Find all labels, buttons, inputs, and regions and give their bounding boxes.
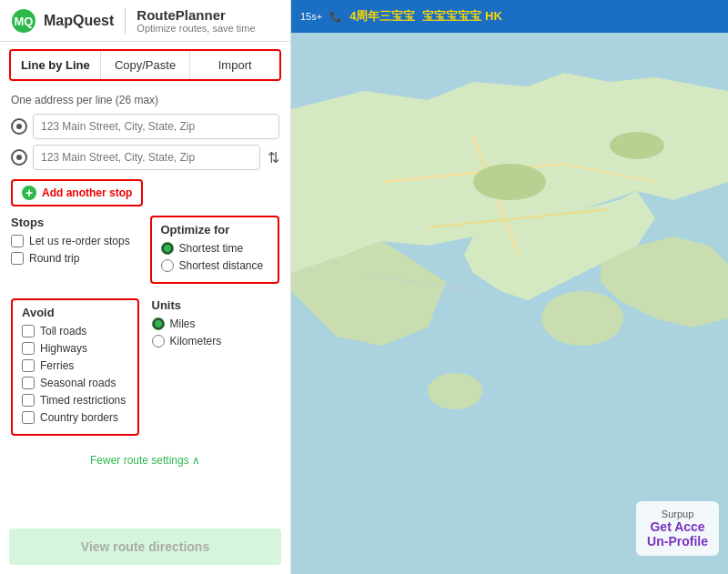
svg-point-3 [16,124,22,129]
address-label: One address per line (26 max) [11,94,279,106]
avoid-toll-row: Toll roads [22,325,128,337]
svg-point-18 [473,164,546,200]
tab-import[interactable]: Import [190,51,279,79]
address-input-1[interactable] [33,114,279,139]
address-input-2[interactable] [33,145,260,170]
country-borders-checkbox[interactable] [22,411,35,424]
left-panel: MQ MapQuest RoutePlanner Optimize routes… [0,0,291,574]
main-content: One address per line (26 max) ⇅ + Add an… [0,88,290,529]
optimize-title: Optimize for [161,223,269,237]
add-stop-button[interactable]: + Add another stop [11,179,143,206]
view-route-button[interactable]: View route directions [9,529,281,565]
pin-icon-1 [11,118,27,135]
logo-text: MapQuest [44,13,114,29]
map-top-bar-label: 15s+ [300,11,322,22]
highways-checkbox[interactable] [22,342,35,355]
toll-roads-label: Toll roads [40,325,86,337]
svg-point-5 [16,155,22,160]
units-km-row: Kilometers [152,335,280,347]
seasonal-roads-label: Seasonal roads [40,377,116,389]
ad-line2: Get Acce [647,519,708,534]
avoid-country-row: Country borders [22,411,128,424]
kilometers-radio[interactable] [152,335,165,347]
route-planner-subtitle: Optimize routes, save time [136,23,255,34]
pin-icon-2 [11,149,27,166]
route-planner-area: RoutePlanner Optimize routes, save time [136,7,255,34]
logo-area: MQ MapQuest [11,8,126,34]
svg-text:MQ: MQ [15,15,34,28]
mapquest-logo-icon: MQ [11,8,36,34]
roundtrip-checkbox[interactable] [11,252,24,265]
svg-point-16 [541,291,623,346]
map-background [291,0,728,574]
svg-point-19 [610,132,664,159]
toll-roads-checkbox[interactable] [22,325,35,337]
stops-reorder-row: Let us re-order stops [11,235,141,247]
optimize-distance-label: Shortest distance [179,259,264,272]
ad-line1: Surpup [647,509,708,519]
swap-icon[interactable]: ⇅ [268,149,279,166]
route-planner-title: RoutePlanner [136,7,255,23]
avoid-box: Avoid Toll roads Highways Ferries [11,298,139,436]
optimize-distance-radio[interactable] [161,259,174,272]
stops-optimize-grid: Stops Let us re-order stops Round trip O… [11,216,279,289]
reorder-label: Let us re-order stops [29,235,130,247]
kilometers-label: Kilometers [170,335,222,347]
avoid-ferries-row: Ferries [22,359,128,372]
timed-restrictions-checkbox[interactable] [22,394,35,407]
map-top-bar-icon: 📞 [329,11,342,23]
header: MQ MapQuest RoutePlanner Optimize routes… [0,0,290,42]
address-row-1 [11,114,279,139]
miles-label: Miles [170,317,196,330]
highways-label: Highways [40,342,87,355]
miles-radio[interactable] [152,317,165,330]
stops-roundtrip-row: Round trip [11,252,141,265]
avoid-units-grid: Avoid Toll roads Highways Ferries [11,298,279,445]
map-top-bar: 15s+ 📞 4周年三宝宝 宝宝宝宝宝 HK [291,0,728,33]
seasonal-roads-checkbox[interactable] [22,377,35,389]
fewer-settings-link[interactable]: Fewer route settings ∧ [11,454,279,467]
timed-restrictions-label: Timed restrictions [40,394,126,407]
add-stop-label: Add another stop [42,186,132,199]
map-area: 15s+ 📞 4周年三宝宝 宝宝宝宝宝 HK Surpup Get Acce U… [291,0,728,574]
avoid-column: Avoid Toll roads Highways Ferries [11,298,139,445]
map-bottom-ad: Surpup Get Acce Un-Profile [636,501,719,556]
map-top-bar-text: 4周年三宝宝 [349,8,415,25]
optimize-column: Optimize for Shortest time Shortest dist… [150,216,280,289]
optimize-time-row: Shortest time [161,242,269,255]
units-miles-row: Miles [152,317,280,330]
svg-point-17 [428,373,482,409]
stops-title: Stops [11,216,141,229]
avoid-seasonal-row: Seasonal roads [22,377,128,389]
optimize-box: Optimize for Shortest time Shortest dist… [150,216,280,284]
tab-line-by-line[interactable]: Line by Line [11,51,101,79]
tab-copy-paste[interactable]: Copy/Paste [101,51,191,79]
optimize-time-radio[interactable] [161,242,174,255]
stops-column: Stops Let us re-order stops Round trip [11,216,141,289]
roundtrip-label: Round trip [29,252,79,265]
address-row-2: ⇅ [11,145,279,170]
country-borders-label: Country borders [40,411,118,424]
ferries-checkbox[interactable] [22,359,35,372]
optimize-time-label: Shortest time [179,242,244,255]
ad-line3: Un-Profile [647,534,708,549]
tab-group: Line by Line Copy/Paste Import [9,49,281,81]
avoid-timed-row: Timed restrictions [22,394,128,407]
map-top-bar-subtext: 宝宝宝宝宝 HK [422,8,501,25]
avoid-title: Avoid [22,306,128,319]
avoid-highways-row: Highways [22,342,128,355]
optimize-distance-row: Shortest distance [161,259,269,272]
reorder-checkbox[interactable] [11,235,24,247]
ferries-label: Ferries [40,359,74,372]
plus-circle-icon: + [22,186,36,200]
units-column: Units Miles Kilometers [152,298,280,445]
units-title: Units [152,298,280,312]
